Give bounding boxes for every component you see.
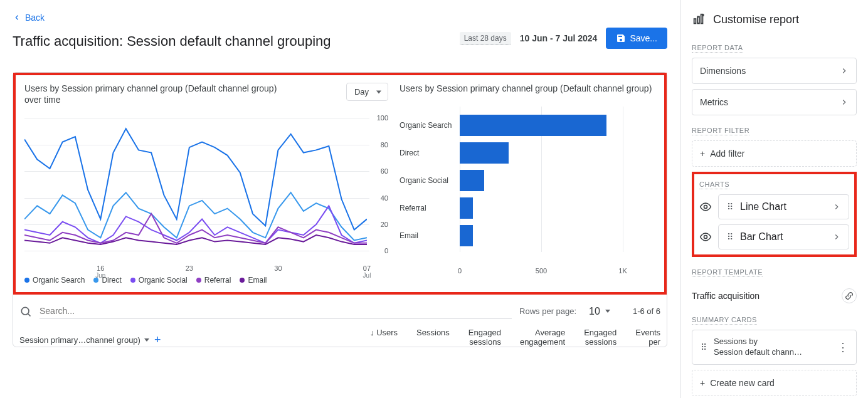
- back-link[interactable]: Back: [13, 13, 45, 23]
- save-label: Save...: [630, 33, 657, 43]
- section-report-filter: REPORT FILTER: [692, 127, 749, 135]
- create-card-button[interactable]: + Create new card: [692, 370, 857, 396]
- section-summary-cards: SUMMARY CARDS: [692, 316, 757, 325]
- legend-item[interactable]: Organic Search: [24, 276, 85, 285]
- time-badge[interactable]: Last 28 days: [460, 32, 511, 45]
- column-header[interactable]: Averageengagement: [520, 328, 565, 347]
- summary-card-text: Sessions by Session default chann…: [714, 337, 802, 358]
- page-title: Traffic acquisition: Session default cha…: [13, 33, 331, 50]
- unlink-template-button[interactable]: [842, 288, 857, 303]
- svg-rect-2: [697, 16, 699, 23]
- svg-rect-1: [694, 19, 696, 23]
- visibility-icon[interactable]: [699, 231, 712, 243]
- section-report-template: REPORT TEMPLATE: [692, 268, 763, 277]
- column-header[interactable]: Eventsper: [635, 328, 660, 347]
- chevron-right-icon: [832, 202, 841, 211]
- date-range[interactable]: 10 Jun - 7 Jul 2024: [520, 33, 598, 43]
- line-chart-panel: Users by Session primary channel group (…: [24, 83, 388, 285]
- page-range: 1-6 of 6: [633, 306, 660, 316]
- section-charts: CHARTS: [699, 181, 729, 189]
- rows-per-page-label: Rows per page:: [519, 306, 576, 316]
- customise-icon: [692, 13, 706, 26]
- summary-card[interactable]: ⠿ Sessions by Session default chann… ⋮: [692, 330, 857, 365]
- add-filter-button[interactable]: + Add filter: [692, 140, 857, 167]
- chevron-right-icon: [840, 66, 849, 75]
- legend-item[interactable]: Organic Social: [130, 276, 188, 285]
- svg-point-4: [704, 206, 707, 209]
- bar-row: Organic Social: [400, 167, 655, 194]
- rows-per-page-select[interactable]: 10: [589, 306, 610, 317]
- legend-item[interactable]: Email: [240, 276, 267, 285]
- template-name: Traffic acquisition: [692, 291, 760, 301]
- bar-chart-title: Users by Session primary channel group (…: [400, 83, 655, 94]
- bar-chart-panel: Users by Session primary channel group (…: [400, 83, 655, 285]
- search-input[interactable]: [40, 303, 512, 319]
- bar-row: Direct: [400, 139, 655, 167]
- bar-chart-row[interactable]: ⠿ Bar Chart: [718, 224, 849, 249]
- svg-point-0: [21, 307, 29, 315]
- bar-row: Email: [400, 222, 655, 249]
- arrow-left-icon: [13, 13, 21, 22]
- chevron-right-icon: [840, 98, 849, 107]
- drag-handle-icon[interactable]: ⠿: [726, 232, 734, 242]
- plus-icon: +: [700, 149, 705, 159]
- line-chart-row[interactable]: ⠿ Line Chart: [718, 194, 849, 219]
- svg-point-5: [704, 236, 707, 239]
- back-label: Back: [25, 13, 45, 23]
- bar-row: Referral: [400, 194, 655, 222]
- plus-icon: +: [700, 378, 705, 388]
- charts-card: Users by Session primary channel group (…: [13, 72, 667, 347]
- column-header[interactable]: Sessions: [416, 328, 450, 347]
- card-menu-button[interactable]: ⋮: [837, 340, 849, 354]
- drag-handle-icon[interactable]: ⠿: [726, 202, 734, 212]
- dimensions-row[interactable]: Dimensions: [692, 58, 857, 84]
- line-chart: 020406080100 16Jun233007Jul: [24, 108, 388, 271]
- section-report-data: REPORT DATA: [692, 44, 743, 53]
- unlink-icon: [845, 291, 854, 300]
- search-icon: [19, 305, 32, 318]
- visibility-icon[interactable]: [699, 201, 712, 213]
- save-button[interactable]: Save...: [606, 28, 667, 49]
- drag-handle-icon[interactable]: ⠿: [700, 342, 707, 352]
- line-chart-title: Users by Session primary channel group (…: [24, 83, 288, 105]
- bar-row: Organic Search: [400, 112, 655, 139]
- line-series: [24, 113, 367, 246]
- template-row: Traffic acquisition: [692, 282, 857, 310]
- legend: Organic SearchDirectOrganic SocialReferr…: [24, 276, 388, 285]
- metrics-row[interactable]: Metrics: [692, 89, 857, 115]
- column-header[interactable]: Engagedsessions: [468, 328, 501, 347]
- bar-chart: Organic SearchDirectOrganic SocialReferr…: [400, 107, 655, 270]
- add-dimension-button[interactable]: +: [154, 333, 161, 347]
- granularity-select[interactable]: Day: [346, 83, 388, 101]
- save-icon: [616, 33, 626, 43]
- column-header[interactable]: ↓ Users: [370, 328, 398, 347]
- chevron-right-icon: [832, 233, 841, 241]
- legend-item[interactable]: Referral: [196, 276, 231, 285]
- dimension-select[interactable]: Session primary…channel group): [19, 335, 149, 345]
- column-header[interactable]: Engagedsessions: [584, 328, 617, 347]
- customise-header: Customise report: [692, 13, 857, 26]
